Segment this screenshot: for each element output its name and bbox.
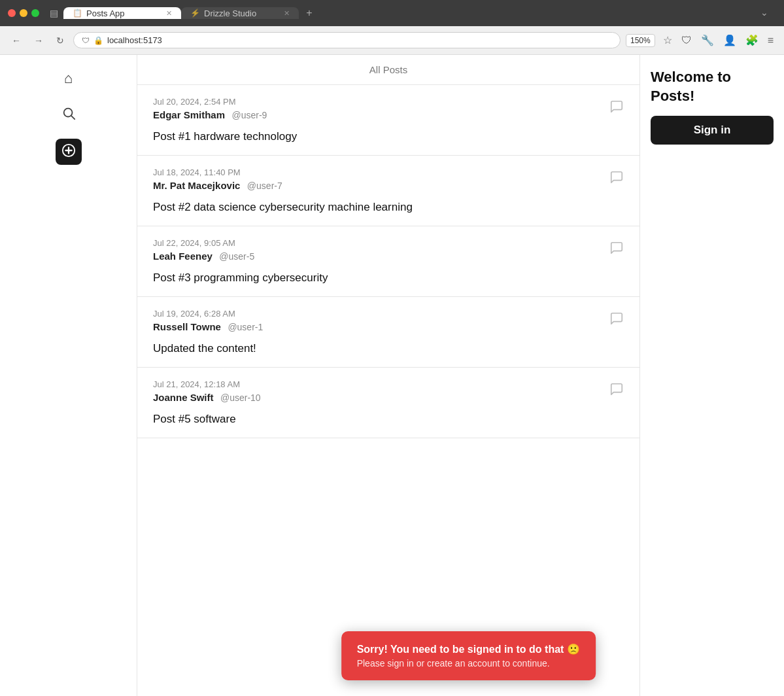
toast-title: Sorry! You need to be signed in to do th…	[357, 643, 580, 655]
shield-icon: 🛡	[82, 36, 90, 45]
list-item[interactable]: Jul 18, 2024, 11:40 PM Mr. Pat Macejkovi…	[137, 156, 639, 226]
sidebar: ⌂	[0, 55, 137, 696]
sidebar-create-button[interactable]	[56, 139, 82, 165]
search-icon	[61, 106, 76, 124]
tabs-bar: 📋 Posts App ✕ ⚡ Drizzle Studio ✕ + ⌄	[63, 7, 776, 19]
post-author-handle: @user-9	[231, 110, 267, 120]
post-author-name: Mr. Pat Macejkovic	[153, 180, 240, 191]
traffic-lights	[8, 9, 39, 17]
post-title: Post #2 data science cybersecurity machi…	[153, 201, 413, 214]
nav-bar: ← → ↻ 🛡 🔒 localhost:5173 150% ☆ 🛡 🔧 👤 🧩 …	[0, 26, 784, 55]
post-title: Updated the content!	[153, 342, 263, 355]
back-button[interactable]: ←	[8, 33, 25, 48]
comment-icon[interactable]	[609, 382, 624, 400]
minimize-button[interactable]	[20, 9, 27, 17]
post-author-handle: @user-7	[247, 181, 282, 191]
right-panel: Welcome to Posts! Sign in	[640, 55, 784, 696]
sidebar-search-button[interactable]	[56, 102, 82, 128]
address-text[interactable]: localhost:5173	[107, 35, 162, 45]
tabs-chevron-icon[interactable]: ⌄	[753, 7, 776, 19]
posts-feed: All Posts Jul 20, 2024, 2:54 PM Edgar Sm…	[137, 55, 640, 696]
star-icon[interactable]: ☆	[660, 33, 675, 48]
list-item[interactable]: Jul 22, 2024, 9:05 AM Leah Feeney @user-…	[137, 226, 639, 297]
post-body: Jul 19, 2024, 6:28 AM Russell Towne @use…	[153, 309, 263, 355]
tab-icon-posts: 📋	[73, 9, 82, 18]
tab-drizzle-studio[interactable]: ⚡ Drizzle Studio ✕	[181, 7, 299, 19]
fullscreen-button[interactable]	[31, 9, 39, 17]
post-body: Jul 20, 2024, 2:54 PM Edgar Smitham @use…	[153, 97, 297, 143]
post-author-line: Leah Feeney @user-5	[153, 251, 328, 262]
post-body: Jul 18, 2024, 11:40 PM Mr. Pat Macejkovi…	[153, 167, 413, 214]
tab-label-drizzle: Drizzle Studio	[204, 9, 280, 18]
post-date: Jul 21, 2024, 12:18 AM	[153, 379, 261, 389]
shield-nav-icon[interactable]: 🛡	[679, 33, 694, 48]
post-author-name: Leah Feeney	[153, 251, 213, 262]
post-author-line: Mr. Pat Macejkovic @user-7	[153, 180, 413, 192]
sidebar-toggle-icon[interactable]: ▤	[50, 8, 58, 18]
post-date: Jul 19, 2024, 6:28 AM	[153, 309, 263, 319]
tab-close-drizzle[interactable]: ✕	[284, 9, 290, 18]
comment-icon[interactable]	[609, 241, 624, 258]
post-title: Post #1 hardware technology	[153, 130, 297, 143]
close-button[interactable]	[8, 9, 16, 17]
forward-button[interactable]: →	[30, 33, 47, 48]
sign-in-button[interactable]: Sign in	[651, 116, 774, 145]
post-date: Jul 18, 2024, 11:40 PM	[153, 167, 413, 177]
svg-line-1	[71, 116, 75, 119]
list-item[interactable]: Jul 19, 2024, 6:28 AM Russell Towne @use…	[137, 297, 639, 368]
create-icon	[61, 143, 76, 161]
comment-icon[interactable]	[609, 311, 624, 329]
post-title: Post #5 software	[153, 413, 261, 426]
all-posts-header: All Posts	[137, 55, 639, 85]
post-title: Post #3 programming cybersecurity	[153, 271, 328, 285]
post-body: Jul 21, 2024, 12:18 AM Joanne Swift @use…	[153, 379, 261, 426]
app-container: ⌂	[0, 55, 784, 696]
list-item[interactable]: Jul 21, 2024, 12:18 AM Joanne Swift @use…	[137, 368, 639, 438]
comment-icon[interactable]	[609, 170, 624, 188]
menu-icon[interactable]: ≡	[765, 33, 776, 48]
tab-label-posts: Posts App	[86, 9, 162, 18]
nav-right-icons: ☆ 🛡 🔧 👤 🧩 ≡	[660, 33, 776, 48]
post-author-line: Edgar Smitham @user-9	[153, 109, 297, 121]
post-author-name: Russell Towne	[153, 321, 221, 332]
home-icon: ⌂	[64, 70, 73, 87]
account-icon[interactable]: 👤	[721, 33, 739, 48]
post-author-handle: @user-1	[228, 322, 263, 332]
post-date: Jul 20, 2024, 2:54 PM	[153, 97, 297, 107]
new-tab-button[interactable]: +	[299, 7, 320, 19]
list-item[interactable]: Jul 20, 2024, 2:54 PM Edgar Smitham @use…	[137, 85, 639, 156]
wrench-icon[interactable]: 🔧	[698, 33, 717, 48]
refresh-button[interactable]: ↻	[52, 33, 68, 48]
address-bar[interactable]: 🛡 🔒 localhost:5173	[73, 32, 621, 48]
toast-container: Sorry! You need to be signed in to do th…	[341, 631, 596, 680]
zoom-level: 150%	[626, 34, 655, 47]
post-date: Jul 22, 2024, 9:05 AM	[153, 238, 328, 248]
tab-posts-app[interactable]: 📋 Posts App ✕	[63, 7, 181, 19]
title-bar: ▤ 📋 Posts App ✕ ⚡ Drizzle Studio ✕ + ⌄	[0, 0, 784, 26]
toast-notification: Sorry! You need to be signed in to do th…	[341, 631, 596, 680]
posts-list: Jul 20, 2024, 2:54 PM Edgar Smitham @use…	[137, 85, 639, 438]
comment-icon[interactable]	[609, 99, 624, 117]
post-author-name: Joanne Swift	[153, 392, 214, 403]
toast-subtitle: Please sign in or create an account to c…	[357, 658, 580, 669]
sidebar-home-button[interactable]: ⌂	[56, 65, 82, 92]
tab-icon-drizzle: ⚡	[190, 9, 200, 18]
post-author-line: Joanne Swift @user-10	[153, 392, 261, 404]
post-body: Jul 22, 2024, 9:05 AM Leah Feeney @user-…	[153, 238, 328, 285]
lock-icon: 🔒	[94, 36, 103, 45]
post-author-handle: @user-5	[219, 251, 254, 262]
extensions-icon[interactable]: 🧩	[743, 33, 761, 48]
post-author-name: Edgar Smitham	[153, 109, 225, 120]
tab-close-posts[interactable]: ✕	[166, 9, 172, 18]
post-author-handle: @user-10	[220, 392, 261, 403]
welcome-title: Welcome to Posts!	[651, 68, 774, 105]
post-author-line: Russell Towne @user-1	[153, 321, 263, 333]
